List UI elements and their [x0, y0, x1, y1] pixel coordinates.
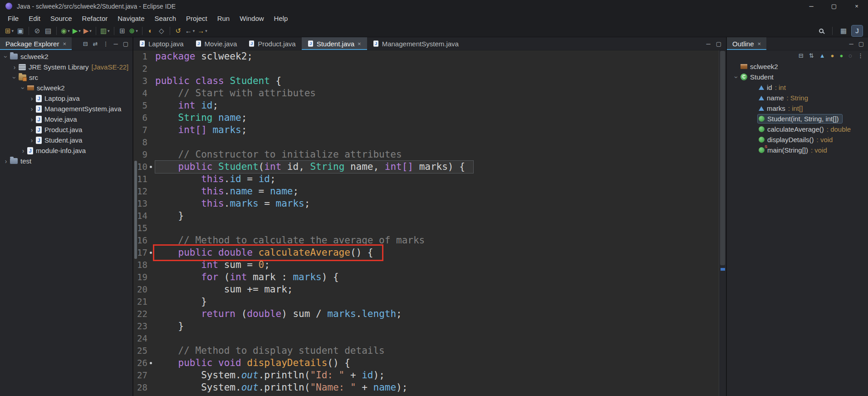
outline-item-student-int-string-int[interactable]: Student(int, String, int[]) [727, 114, 868, 124]
menu-file[interactable]: File [3, 13, 24, 24]
open-perspective-icon[interactable]: ▦ [838, 25, 849, 36]
explorer-item-test[interactable]: ›test [0, 156, 132, 166]
code-line-17[interactable]: 17 public double calculateAverage() { [133, 247, 719, 259]
hide-local-types-icon[interactable]: ◌ [848, 53, 852, 59]
java-search-icon[interactable]: ◐ [145, 25, 156, 36]
code-line-13[interactable]: 13 this.marks = marks; [133, 198, 719, 210]
outline-item-id[interactable]: id : int [727, 82, 868, 93]
maximize-editor-icon[interactable]: ▢ [716, 41, 721, 47]
code-line-5[interactable]: 5 int id; [133, 99, 719, 112]
explorer-item-module-info-java[interactable]: ›module-info.java [0, 145, 132, 156]
coverage-icon[interactable]: ▥▾ [99, 25, 111, 36]
explorer-item-sclweek2[interactable]: ›sclweek2 [0, 51, 132, 62]
tree-expanded-arrow[interactable]: › [11, 74, 18, 81]
code-line-23[interactable]: 23 } [133, 320, 719, 332]
debug-icon[interactable]: ◉▾ [59, 25, 71, 36]
overview-ruler[interactable] [719, 50, 726, 396]
new-java-project-icon[interactable]: ⊞ [117, 25, 128, 36]
code-line-9[interactable]: 9 // Constructor to initialize attribute… [133, 148, 719, 161]
outline-item-main-string[interactable]: main(String[]) : void [727, 145, 868, 155]
tree-expanded-arrow[interactable]: › [733, 74, 740, 80]
code-line-4[interactable]: 4 // Start with attributes [133, 87, 719, 99]
menu-help[interactable]: Help [269, 13, 293, 24]
collapse-all-icon[interactable]: ⊟ [799, 53, 804, 59]
menu-source[interactable]: Source [45, 13, 77, 24]
code-line-27[interactable]: 27 System.out.println("Id: " + id); [133, 369, 719, 381]
tree-collapsed-arrow[interactable]: › [3, 158, 9, 165]
forward-icon[interactable]: →▾ [196, 25, 209, 36]
tree-collapsed-arrow[interactable]: › [29, 105, 35, 113]
code-line-24[interactable]: 24 [133, 332, 719, 345]
explorer-item-movie-java[interactable]: ›Movie.java [0, 114, 132, 124]
minimize-view-icon[interactable]: ─ [113, 41, 118, 47]
hide-fields-icon[interactable]: ▲ [819, 53, 825, 59]
code-editor[interactable]: 1package sclweek2;23public class Student… [133, 50, 726, 396]
view-menu-icon[interactable]: ⋮ [858, 53, 863, 59]
menu-search[interactable]: Search [149, 13, 181, 24]
skip-all-breakpoints-icon[interactable]: ⊘ [32, 25, 43, 36]
back-icon[interactable]: ←▾ [184, 25, 196, 36]
code-line-25[interactable]: 25 // Method to display student details [133, 345, 719, 357]
hide-static-members-icon[interactable]: ● [831, 53, 834, 59]
code-line-8[interactable]: 8 [133, 136, 719, 148]
tree-expanded-arrow[interactable]: › [20, 85, 27, 91]
hide-non-public-members-icon[interactable]: ● [839, 53, 843, 59]
code-line-16[interactable]: 16 // Method to calculate the average of… [133, 234, 719, 247]
sort-icon[interactable]: ⇅ [809, 53, 814, 59]
close-view-icon[interactable]: × [63, 40, 66, 47]
code-line-12[interactable]: 12 this.name = name; [133, 185, 719, 198]
code-line-15[interactable]: 15 [133, 222, 719, 234]
tree-collapsed-arrow[interactable]: › [29, 116, 35, 123]
tree-collapsed-arrow[interactable]: › [29, 137, 35, 144]
tree-collapsed-arrow[interactable]: › [29, 95, 35, 102]
external-tools-icon[interactable]: ▶▾ [82, 25, 93, 36]
collapse-all-icon[interactable]: ⊟ [83, 41, 88, 47]
tree-collapsed-arrow[interactable]: › [20, 147, 26, 154]
code-line-22[interactable]: 22 return (double) sum / marks.length; [133, 308, 719, 320]
tree-collapsed-arrow[interactable]: › [29, 126, 35, 134]
code-line-6[interactable]: 6 String name; [133, 112, 719, 124]
explorer-item-laptop-java[interactable]: ›Laptop.java [0, 93, 132, 104]
link-with-editor-icon[interactable]: ⇄ [93, 41, 98, 47]
code-line-28[interactable]: 28 System.out.println("Name: " + name); [133, 381, 719, 394]
code-line-19[interactable]: 19 for (int mark : marks) { [133, 271, 719, 283]
open-console-icon[interactable]: ▤ [43, 25, 54, 36]
view-menu-icon[interactable]: ⋮ [103, 41, 108, 47]
menu-project[interactable]: Project [181, 13, 212, 24]
explorer-item-student-java[interactable]: ›Student.java [0, 135, 132, 145]
outline-item-student[interactable]: ›Student [727, 72, 868, 82]
explorer-item-src[interactable]: ›src [0, 72, 132, 83]
search-icon[interactable] [816, 25, 827, 36]
code-line-14[interactable]: 14 } [133, 210, 719, 222]
explorer-item-managementsystem-java[interactable]: ›ManagementSystem.java [0, 104, 132, 114]
editor-tab-student-java[interactable]: Student.java× [302, 37, 367, 50]
open-type-icon[interactable]: ◇ [156, 25, 167, 36]
minimize-view-icon[interactable]: ─ [849, 41, 853, 47]
java-perspective-icon[interactable]: J [852, 25, 863, 36]
menu-run[interactable]: Run [212, 13, 235, 24]
maximize-view-icon[interactable]: ▢ [123, 41, 128, 47]
outline-item-name[interactable]: name : String [727, 93, 868, 103]
tab-package-explorer[interactable]: Package Explorer × [0, 37, 72, 50]
close-tab-icon[interactable]: × [358, 40, 361, 47]
maximize-window-button[interactable]: ▢ [823, 0, 845, 12]
editor-tab-movie-java[interactable]: Movie.java [190, 37, 243, 50]
explorer-item-jre-system-library[interactable]: ›JRE System Library [JavaSE-22] [0, 62, 132, 72]
editor-tab-laptop-java[interactable]: Laptop.java [133, 37, 190, 50]
scrollbar-thumb[interactable] [720, 51, 725, 265]
save-icon[interactable]: ▣ [15, 25, 26, 36]
editor-tab-product-java[interactable]: Product.java [243, 37, 301, 50]
code-line-1[interactable]: 1package sclweek2; [133, 50, 719, 63]
outline-item-sclweek2[interactable]: sclweek2 [727, 61, 868, 72]
last-edit-location-icon[interactable]: ↺ [173, 25, 184, 36]
minimize-editor-icon[interactable]: ─ [706, 41, 710, 47]
outline-item-displaydetails[interactable]: displayDetails() : void [727, 134, 868, 145]
menu-navigate[interactable]: Navigate [113, 13, 149, 24]
tree-expanded-arrow[interactable]: › [2, 54, 10, 60]
code-line-26[interactable]: 26 public void displayDetails() { [133, 357, 719, 369]
close-view-icon[interactable]: × [758, 40, 761, 47]
explorer-item-sclweek2[interactable]: ›sclweek2 [0, 83, 132, 93]
run-icon[interactable]: ▶▾ [71, 25, 82, 36]
new-java-class-icon[interactable]: ⊕▾ [128, 25, 139, 36]
menu-refactor[interactable]: Refactor [77, 13, 113, 24]
